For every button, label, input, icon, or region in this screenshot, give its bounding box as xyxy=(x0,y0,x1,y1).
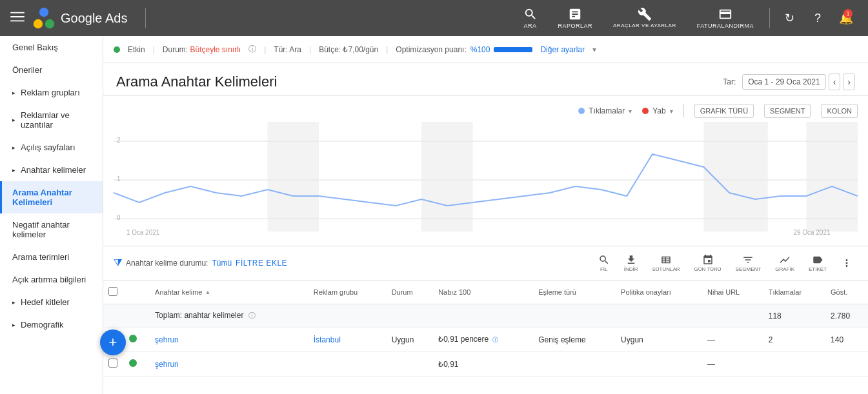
th-nabiz-label: Nabız 100 xyxy=(438,288,470,296)
icon-divider xyxy=(769,8,770,28)
sidebar-item-acik-artirma[interactable]: Açık artırma bilgileri xyxy=(0,268,103,291)
download-action-button[interactable]: İNDİR xyxy=(619,251,643,275)
row1-keyword-cell: şehrun xyxy=(150,328,308,352)
table-action-buttons: FİL İNDİR SÜTUNLAR GÜN TÜRÜ SEGMENT xyxy=(593,251,858,275)
legend-chevron-tiklama: ▾ xyxy=(629,108,632,115)
reports-nav-icon[interactable]: RAPORLAR xyxy=(550,5,601,32)
svg-rect-0 xyxy=(10,12,25,14)
row1-keyword[interactable]: şehrun xyxy=(155,335,179,344)
date-prev-button[interactable]: ‹ xyxy=(829,74,841,90)
fab-button[interactable]: + xyxy=(100,330,126,355)
filter-action-button[interactable]: SEGMENT xyxy=(731,251,767,275)
row1-nabiz: ₺0,91 pencere xyxy=(438,335,489,344)
help-button[interactable]: ? xyxy=(806,6,829,30)
chevron-icon: ▸ xyxy=(12,322,15,328)
graph-action-button[interactable]: GRAFİK xyxy=(770,251,800,275)
sidebar: Genel Bakış Öneriler ▸ Reklam grupları ▸… xyxy=(0,36,103,394)
legend-tiklama[interactable]: Tıklamalar ▾ xyxy=(578,106,632,115)
summary-status-cell xyxy=(124,304,150,328)
column-action-button[interactable]: SÜTUNLAR xyxy=(647,251,685,275)
legend-yab[interactable]: Yab ▾ xyxy=(642,106,672,115)
table-header-row: Anahtar kelime ▲ Reklam grubu Durum Nabı… xyxy=(103,281,868,304)
billing-nav-icon[interactable]: FATURALANDIRMA xyxy=(689,5,762,32)
sidebar-label-oneriler: Öneriler xyxy=(12,65,42,75)
other-settings-link[interactable]: Diğer ayarlar xyxy=(540,45,585,54)
chart-column-button[interactable]: KOLON xyxy=(821,104,858,118)
optimization-label: Optimizasyon puanı: xyxy=(396,45,466,54)
th-status xyxy=(124,281,150,304)
butce-label: Bütçe: ₺7,00/gün xyxy=(319,45,378,54)
filter-bar: Etkin | Durum: Bütçeyle sınırlı ⓘ | Tür:… xyxy=(103,36,868,63)
score-bar xyxy=(494,47,532,52)
summary-ad-group-cell xyxy=(308,304,387,328)
row2-keyword[interactable]: şehrun xyxy=(155,360,179,369)
filter-value-link[interactable]: Tümü xyxy=(212,259,232,268)
sort-icon-keyword: ▲ xyxy=(205,289,210,295)
row1-nabiz-link[interactable]: ⓘ xyxy=(492,337,498,343)
date-label: Tar: xyxy=(719,75,740,89)
notifications-button[interactable]: 🔔 1 xyxy=(834,6,858,30)
date-range[interactable]: Oca 1 - 29 Oca 2021 xyxy=(742,74,825,90)
settings-expand-icon[interactable]: ▾ xyxy=(592,45,596,54)
tools-nav-icon[interactable]: ARAÇLAR VE AYARLAR xyxy=(605,5,684,32)
refresh-button[interactable]: ↻ xyxy=(778,6,801,30)
sidebar-item-oneriler[interactable]: Öneriler xyxy=(0,59,103,81)
label-action-button[interactable]: ETİKET xyxy=(803,251,832,275)
y-label-0: 0 xyxy=(117,214,121,221)
row2-checkbox[interactable] xyxy=(108,359,117,368)
legend-chevron-yab: ▾ xyxy=(670,108,673,115)
durum-info-icon[interactable]: ⓘ xyxy=(248,44,256,55)
svg-rect-10 xyxy=(421,122,473,231)
more-action-button[interactable] xyxy=(836,255,858,272)
legend-dot-blue xyxy=(578,108,585,114)
top-nav: Google Ads ARA RAPORLAR ARAÇLAR VE AYARL… xyxy=(0,0,868,36)
row1-adgroup[interactable]: İstanbul xyxy=(314,335,341,344)
optimization-value: %100 xyxy=(470,45,490,54)
th-keyword[interactable]: Anahtar kelime ▲ xyxy=(150,281,308,304)
sidebar-item-negatif[interactable]: Negatif anahtar kelimeler xyxy=(0,213,103,246)
sidebar-item-genel-bakis[interactable]: Genel Bakış xyxy=(0,36,103,59)
summary-politika-cell xyxy=(616,304,702,328)
add-filter-button[interactable]: FİLTRE EKLE xyxy=(236,259,287,268)
row2-checkbox-cell xyxy=(103,352,124,377)
summary-label-cell: Toplam: anahtar kelimeler ⓘ xyxy=(150,304,308,328)
sidebar-item-reklam-gruplari[interactable]: ▸ Reklam grupları xyxy=(0,81,103,104)
sidebar-item-arama-anahtar[interactable]: Arama Anahtar Kelimeleri xyxy=(0,181,103,213)
th-politika: Politika onayları xyxy=(616,281,702,304)
row2-gosterim-cell xyxy=(825,352,868,377)
search-action-button[interactable]: FİL xyxy=(593,251,615,275)
menu-icon[interactable] xyxy=(10,10,25,26)
row1-politika-cell: Uygun xyxy=(616,328,702,352)
summary-label: Toplam: anahtar kelimeler xyxy=(155,311,243,320)
sidebar-item-arama-terimleri[interactable]: Arama terimleri xyxy=(0,246,103,268)
filter-left: ⧩ Anahtar kelime durumu: Tümü FİLTRE EKL… xyxy=(114,257,287,269)
main-content: Etkin | Durum: Bütçeyle sınırlı ⓘ | Tür:… xyxy=(103,36,868,394)
search-nav-icon[interactable]: ARA xyxy=(516,5,545,32)
sidebar-item-acilis-sayfalari[interactable]: ▸ Açılış sayfaları xyxy=(0,136,103,159)
sidebar-item-demografik[interactable]: ▸ Demografik xyxy=(0,313,103,336)
th-durum: Durum xyxy=(387,281,434,304)
th-esleme: Eşleme türü xyxy=(533,281,616,304)
chart-svg-container: 2 1 0 1 Oca 2021 29 Oca 2021 xyxy=(114,122,858,238)
legend-label-yab: Yab xyxy=(652,106,665,115)
select-all-checkbox[interactable] xyxy=(108,287,117,296)
sidebar-item-hedef-kitleler[interactable]: ▸ Hedef kitleler xyxy=(0,291,103,313)
chart-segment-button[interactable]: SEGMENT xyxy=(764,104,811,118)
th-checkbox xyxy=(103,281,124,304)
date-next-button[interactable]: › xyxy=(843,74,855,90)
summary-nabiz-cell xyxy=(433,304,533,328)
row1-tiklama-cell: 2 xyxy=(763,328,825,352)
row2-keyword-cell: şehrun xyxy=(150,352,308,377)
segment-action-button[interactable]: GÜN TÜRÜ xyxy=(689,251,727,275)
table-row: şehrun ₺0,91 — xyxy=(103,352,868,377)
th-keyword-label: Anahtar kelime xyxy=(155,288,202,296)
chart-area: Tıklamalar ▾ Yab ▾ GRAFIK TÜRÜ SEGMENT K… xyxy=(103,96,868,246)
summary-gosterim-cell: 2.780 xyxy=(825,304,868,328)
nav-divider xyxy=(145,8,146,28)
row1-adgroup-cell: İstanbul xyxy=(308,328,387,352)
page-title: Arama Anahtar Kelimeleri xyxy=(116,74,277,90)
sidebar-item-anahtar-kelimeler[interactable]: ▸ Anahtar kelimeler xyxy=(0,159,103,181)
sidebar-item-reklamlar[interactable]: ▸ Reklamlar ve uzantılar xyxy=(0,104,103,136)
chart-type-button[interactable]: GRAFIK TÜRÜ xyxy=(694,104,754,118)
row2-esleme-cell xyxy=(533,352,616,377)
